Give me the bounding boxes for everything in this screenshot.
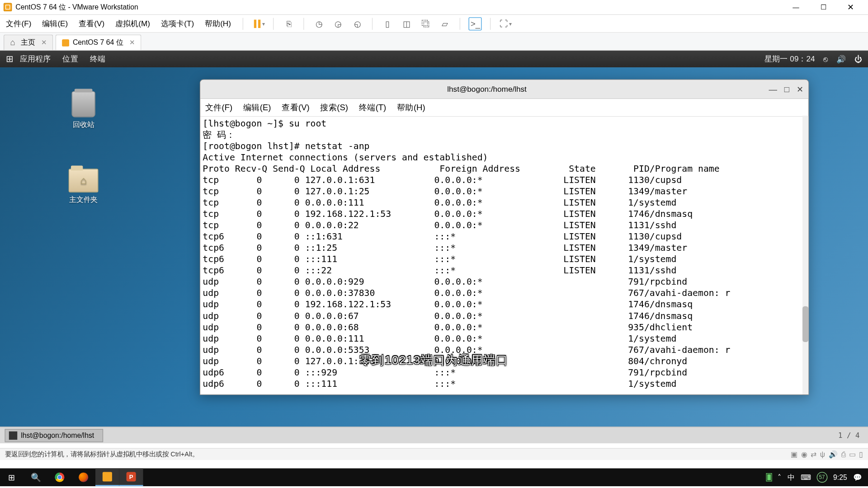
send-ctrl-alt-del-icon[interactable]: ⎘: [282, 17, 295, 30]
taskbar-clock[interactable]: 9:25: [833, 473, 847, 481]
taskbar-firefox[interactable]: [71, 468, 95, 486]
taskbar-chrome[interactable]: [47, 468, 71, 486]
term-menu-help[interactable]: 帮助(H): [397, 102, 425, 113]
device-net-icon[interactable]: ⇄: [811, 450, 816, 458]
chrome-icon: [55, 473, 64, 482]
snapshot-manage-icon[interactable]: ◵: [351, 17, 364, 30]
gnome-bottom-panel: lhst@bogon:/home/lhst 1 / 4: [0, 427, 868, 443]
view-single-icon[interactable]: ▯: [381, 17, 394, 30]
vmware-titlebar: CentOS 7 64 位 - VMware Workstation — ☐ ✕: [0, 0, 868, 15]
ime-keyboard-icon[interactable]: ⌨: [801, 473, 811, 481]
term-menu-file[interactable]: 文件(F): [205, 102, 233, 113]
vmware-menubar: 文件(F) 编辑(E) 查看(V) 虚拟机(M) 选项卡(T) 帮助(H) ▾ …: [0, 15, 868, 33]
status-hint: 要返回到您的计算机，请将鼠标指针从虚拟机中移出或按 Ctrl+Alt。: [5, 450, 199, 459]
menu-tabs[interactable]: 选项卡(T): [160, 17, 195, 30]
volume-icon[interactable]: 🔊: [836, 55, 846, 64]
window-title: CentOS 7 64 位 - VMware Workstation: [15, 2, 782, 12]
vmware-icon: [103, 472, 112, 481]
battery-icon[interactable]: [766, 473, 772, 481]
gnome-applications[interactable]: 应用程序: [14, 54, 57, 65]
vmware-app-icon: [4, 3, 12, 11]
menu-vm[interactable]: 虚拟机(M): [114, 17, 151, 30]
taskbar-vmware[interactable]: [95, 468, 119, 486]
power-icon[interactable]: ⏻: [854, 55, 862, 64]
start-button[interactable]: ⊞: [0, 468, 24, 486]
view-thumb-icon[interactable]: ▱: [439, 17, 452, 30]
gnome-places[interactable]: 位置: [57, 54, 84, 65]
notifications-icon[interactable]: 💬: [853, 473, 862, 481]
device-display-icon[interactable]: ▭: [849, 450, 856, 458]
close-tab-icon[interactable]: ✕: [129, 39, 135, 47]
device-hdd-icon[interactable]: ▣: [791, 450, 797, 458]
window-minimize-button[interactable]: —: [782, 0, 810, 14]
taskbar-item-label: lhst@bogon:/home/lhst: [21, 431, 94, 439]
vm-desktop[interactable]: 回收站 主文件夹 lhst@bogon:/home/lhst — □ ✕ 文件(…: [0, 67, 868, 428]
search-button[interactable]: 🔍: [24, 468, 48, 486]
taskbar-powerpoint[interactable]: [119, 468, 143, 486]
desktop-icon-trash[interactable]: 回收站: [60, 91, 107, 130]
workspace-pager[interactable]: 1 / 4: [835, 431, 863, 439]
tab-home-label: 主页: [21, 38, 35, 47]
pause-vm-button[interactable]: ▾: [254, 19, 265, 28]
folder-icon: [69, 169, 99, 192]
terminal-title: lhst@bogon:/home/lhst: [205, 84, 769, 94]
terminal-window: lhst@bogon:/home/lhst — □ ✕ 文件(F) 编辑(E) …: [200, 79, 809, 395]
menu-view[interactable]: 查看(V): [77, 17, 105, 30]
device-cd-icon[interactable]: ◉: [801, 450, 807, 458]
video-subtitle: 零到10213端口为通用端口: [359, 352, 508, 368]
fullscreen-button[interactable]: ⛶▾: [499, 17, 512, 30]
network-icon[interactable]: ⎋: [823, 55, 828, 64]
tab-centos-label: CentOS 7 64 位: [73, 38, 123, 47]
desktop-icon-home-folder[interactable]: 主文件夹: [60, 169, 107, 205]
menu-edit[interactable]: 编辑(E): [41, 17, 69, 30]
term-menu-view[interactable]: 查看(V): [282, 102, 310, 113]
scrollbar-thumb[interactable]: [802, 306, 808, 342]
snapshot-revert-icon[interactable]: ◶: [332, 17, 345, 30]
terminal-close-button[interactable]: ✕: [797, 84, 804, 94]
ime-indicator[interactable]: 57: [816, 472, 827, 483]
device-usb-icon[interactable]: ψ: [820, 450, 825, 458]
gnome-terminal-menu[interactable]: 终端: [84, 54, 112, 65]
terminal-titlebar[interactable]: lhst@bogon:/home/lhst — □ ✕: [200, 80, 808, 99]
terminal-maximize-button[interactable]: □: [784, 84, 789, 94]
menu-help[interactable]: 帮助(H): [203, 17, 232, 30]
taskbar-item-terminal[interactable]: lhst@bogon:/home/lhst: [5, 429, 103, 442]
snapshot-take-icon[interactable]: ◷: [313, 17, 326, 30]
device-more-icon[interactable]: ▯: [859, 450, 863, 458]
activities-icon[interactable]: [6, 55, 14, 63]
ime-language[interactable]: 中: [788, 472, 795, 482]
vmware-tabbar: 主页 ✕ CentOS 7 64 位 ✕: [0, 33, 868, 51]
powerpoint-icon: [127, 472, 136, 481]
window-close-button[interactable]: ✕: [837, 0, 864, 14]
vmware-status-bar: 要返回到您的计算机，请将鼠标指针从虚拟机中移出或按 Ctrl+Alt。 ▣ ◉ …: [0, 448, 868, 460]
terminal-menubar: 文件(F) 编辑(E) 查看(V) 搜索(S) 终端(T) 帮助(H): [200, 99, 808, 117]
terminal-scrollbar[interactable]: [802, 116, 808, 394]
windows-taskbar: ⊞ 🔍 ˄ 中 ⌨ 57 9:25 💬: [0, 468, 868, 486]
view-split-icon[interactable]: ◫: [400, 17, 413, 30]
console-button[interactable]: >_: [469, 17, 482, 30]
tab-home[interactable]: 主页 ✕: [4, 34, 53, 50]
tray-chevron-icon[interactable]: ˄: [778, 473, 781, 481]
device-printer-icon[interactable]: ⎙: [841, 450, 845, 458]
vm-tab-icon: [62, 39, 69, 46]
window-maximize-button[interactable]: ☐: [810, 0, 837, 14]
terminal-task-icon: [9, 431, 17, 439]
trash-label: 回收站: [60, 120, 107, 130]
terminal-minimize-button[interactable]: —: [769, 84, 777, 94]
gnome-top-bar: 应用程序 位置 终端 星期一 09：24 ⎋ 🔊 ⏻: [0, 51, 868, 67]
close-tab-icon[interactable]: ✕: [41, 39, 47, 47]
firefox-icon: [79, 473, 88, 482]
term-menu-search[interactable]: 搜索(S): [320, 102, 348, 113]
term-menu-edit[interactable]: 编辑(E): [243, 102, 271, 113]
trash-icon: [71, 91, 95, 117]
term-menu-terminal[interactable]: 终端(T): [359, 102, 387, 113]
gnome-clock[interactable]: 星期一 09：24: [764, 54, 815, 65]
device-sound-icon[interactable]: 🔊: [829, 450, 838, 458]
home-icon: [10, 39, 17, 46]
view-unity-icon[interactable]: ⿻: [420, 17, 433, 30]
menu-file[interactable]: 文件(F): [5, 17, 33, 30]
tab-centos[interactable]: CentOS 7 64 位 ✕: [56, 34, 142, 50]
home-folder-label: 主文件夹: [60, 195, 107, 205]
